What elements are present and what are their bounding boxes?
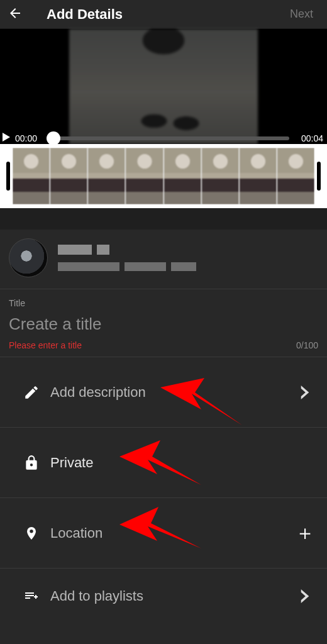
- plus-icon: ＋: [296, 519, 314, 547]
- thumbnail-frame: [164, 148, 201, 204]
- current-time: 00:00: [15, 133, 44, 143]
- lock-icon: [13, 453, 50, 472]
- trim-filmstrip[interactable]: [0, 144, 327, 208]
- back-arrow-icon: [8, 6, 23, 21]
- trim-handle-left-icon[interactable]: [6, 162, 10, 191]
- header: Add Details Next: [0, 0, 327, 29]
- avatar: [9, 238, 48, 277]
- location-row[interactable]: Location ＋: [0, 498, 327, 569]
- channel-info: [58, 245, 196, 271]
- duration: 00:04: [294, 133, 323, 143]
- description-label: Add description: [50, 384, 296, 401]
- thumbnail-frame: [13, 148, 50, 204]
- location-label: Location: [50, 525, 296, 541]
- pin-icon: [13, 524, 50, 543]
- chevron-right-icon: [296, 589, 314, 603]
- trim-handle-right-icon[interactable]: [317, 162, 321, 191]
- add-description-row[interactable]: Add description: [0, 357, 327, 428]
- title-error: Please enter a title: [9, 340, 82, 350]
- title-label: Title: [9, 298, 318, 308]
- title-counter: 0/100: [296, 340, 318, 350]
- playlists-row[interactable]: Add to playlists: [0, 569, 327, 624]
- thumbnail-frame: [125, 148, 163, 204]
- thumbnail-frame: [277, 148, 314, 204]
- channel-row[interactable]: [0, 230, 327, 289]
- thumbnail-frame: [239, 148, 277, 204]
- thumbnail-frame: [201, 148, 239, 204]
- playlists-label: Add to playlists: [50, 588, 296, 604]
- channel-name-redacted: [58, 245, 196, 255]
- visibility-row[interactable]: Private: [0, 428, 327, 498]
- thumbnail-frame: [50, 148, 87, 204]
- video-frame: ViralHog: [69, 29, 258, 144]
- playlist-add-icon: [13, 589, 50, 604]
- seek-thumb[interactable]: [47, 131, 60, 145]
- pencil-icon: [13, 384, 50, 401]
- section-gap: [0, 208, 327, 230]
- page-title: Add Details: [47, 6, 284, 23]
- chevron-right-icon: [296, 386, 314, 399]
- filmstrip-frames: [13, 148, 314, 204]
- visibility-label: Private: [50, 455, 314, 471]
- play-icon: [3, 133, 10, 142]
- title-input[interactable]: [9, 314, 318, 334]
- thumbnail-frame: [87, 148, 125, 204]
- title-section: Title Please enter a title 0/100: [0, 289, 327, 357]
- video-preview[interactable]: ViralHog 00:00 00:04: [0, 29, 327, 144]
- channel-meta-redacted: [58, 262, 196, 271]
- back-button[interactable]: [8, 6, 25, 23]
- seek-track[interactable]: [49, 136, 289, 140]
- next-button[interactable]: Next: [284, 4, 319, 25]
- play-button[interactable]: [3, 133, 10, 143]
